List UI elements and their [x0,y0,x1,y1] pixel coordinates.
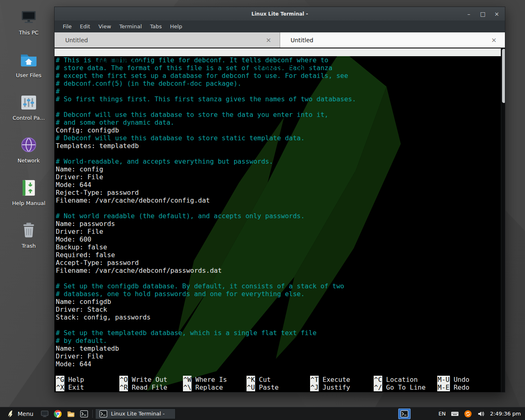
tab-untitled-2[interactable]: Untitled × [280,32,505,48]
terminal-line: Name: passwords [56,220,501,228]
nano-shortcut[interactable]: ^OWrite Out [119,376,183,383]
terminal-line: Backup: false [56,243,501,251]
nano-shortcut[interactable]: M-UUndo [437,376,501,383]
minimize-icon[interactable]: – [466,11,472,17]
terminal-line: Filename: /var/cache/debconf/passwords.d… [56,267,501,274]
tab-bar: Untitled × Untitled × [55,32,505,48]
tab-label: Untitled [291,37,490,43]
terminal-line: # except the first sets up a database fo… [56,72,501,80]
menu-button[interactable]: Menu [2,407,37,420]
file-manager-launcher[interactable] [65,409,77,419]
shortcut-key: ^C [374,376,382,383]
help-manual-desktop-icon[interactable]: Help Manual [7,176,51,208]
terminal-line: Required: false [56,251,501,259]
terminal-line: # Debconf will use this database to stor… [56,134,501,142]
terminal-line: # and some other dynamic data. [56,119,501,126]
terminal-line: # World-readable, and accepts everything… [56,158,501,165]
taskbar: Menu Linux [0,407,525,420]
nano-shortcut[interactable]: ^/Go To Line [374,383,437,391]
terminal-launcher[interactable] [78,409,90,419]
terminal-icon [80,410,88,418]
shortcut-key: M-U [437,376,450,383]
user-files-desktop-icon[interactable]: User Files [7,48,51,80]
terminal-line: Reject-Type: password [56,189,501,196]
clock[interactable]: 2:49:36 pm [490,411,521,417]
terminal-line: # Debconf will use this database to stor… [56,111,501,119]
taskbar-separator [92,410,93,418]
nano-version: GNU nano 7.2 [86,56,143,64]
desktop-icon-label: This PC [19,30,39,36]
terminal-line [56,274,501,282]
menu-view[interactable]: View [94,22,115,31]
network-desktop-icon[interactable]: Network [7,134,51,165]
titlebar[interactable]: Linux Lite Terminal - – □ × [55,7,505,21]
menu-help[interactable]: Help [166,22,187,31]
nano-shortcut[interactable]: ^JJustify [310,383,374,391]
quick-launchers [39,409,90,419]
terminal-line [56,103,501,111]
update-notifier-icon[interactable] [464,410,472,418]
shortcut-key: ^W [183,376,192,383]
nano-shortcut[interactable]: ^UPaste [247,383,310,391]
nano-shortcut[interactable]: ^RRead File [119,383,183,391]
desktop-icon-label: Control Pa... [13,115,45,121]
maximize-icon[interactable]: □ [479,11,486,17]
shortcut-label: Exit [68,383,84,391]
shortcut-label: Replace [195,383,223,391]
close-icon[interactable]: × [493,11,500,17]
shortcut-label: Redo [454,383,470,391]
menu-file[interactable]: File [59,22,76,31]
network-icon [19,135,39,155]
menu-tabs[interactable]: Tabs [146,22,166,31]
nano-shortcut[interactable]: ^CLocation [374,376,437,383]
terminal-pane[interactable]: GNU nano 7.2 /etc/debconf.conf # This is… [55,48,505,392]
nano-shortcut[interactable]: ^XExit [56,383,119,391]
nano-shortcut[interactable]: ^GHelp [56,376,119,383]
keyboard-layout-indicator[interactable]: EN [438,411,446,417]
terminal-line: Mode: 644 [56,360,501,368]
show-desktop-button[interactable] [39,409,50,419]
desktop-icon-label: User Files [16,72,41,78]
terminal-line: # [56,87,501,95]
linux-lite-logo-icon [7,410,15,418]
tab-close-icon[interactable]: × [264,36,273,44]
tray-terminal-indicator[interactable] [398,409,411,419]
shortcut-key: ^J [310,383,319,391]
terminal-line [56,204,501,212]
nano-titlebar: GNU nano 7.2 /etc/debconf.conf [55,48,501,56]
nano-shortcut[interactable]: M-ERedo [437,383,501,391]
volume-icon[interactable] [477,410,485,418]
scrollbar[interactable] [501,48,505,392]
taskbar-window-button[interactable]: Linux Lite Terminal - [95,409,176,419]
tab-close-icon[interactable]: × [490,36,498,44]
menu-terminal[interactable]: Terminal [115,22,146,31]
tab-untitled-1[interactable]: Untitled × [55,32,280,48]
terminal-line: # Set up the templatedb database, which … [56,329,501,337]
control-panel-desktop-icon[interactable]: Control Pa... [7,91,51,123]
terminal-line: Driver: File [56,173,501,181]
terminal-content: GNU nano 7.2 /etc/debconf.conf # This is… [55,48,501,392]
shortcut-label: Write Out [132,376,167,383]
scrollbar-thumb[interactable] [502,49,505,103]
nano-filename: /etc/debconf.conf [244,64,311,72]
nano-shortcut[interactable]: ^KCut [247,376,310,383]
trash-desktop-icon[interactable]: Trash [7,219,51,251]
nano-shortcut[interactable]: ^TExecute [310,376,374,383]
this-pc-desktop-icon[interactable]: This PC [7,6,51,37]
terminal-line: # Not world readable (the default), and … [56,212,501,220]
shortcut-key: ^/ [374,383,382,391]
shortcut-label: Read File [132,383,167,391]
shortcut-key: ^T [310,376,319,383]
terminal-line: # debconf.conf(5) (in the debconf-doc pa… [56,80,501,87]
nano-buffer[interactable]: # This is the main config file for debco… [55,56,501,368]
nano-shortcut[interactable]: ^\Replace [183,383,247,391]
menu-edit[interactable]: Edit [76,22,94,31]
shortcut-key: ^O [119,376,128,383]
terminal-line: Templates: templatedb [56,142,501,150]
nano-shortcut[interactable]: ^WWhere Is [183,376,247,383]
chrome-launcher[interactable] [52,409,64,419]
terminal-icon [99,410,107,418]
shortcut-key: ^X [56,383,64,391]
keyboard-icon[interactable] [451,410,459,418]
desktop-icon-label: Network [18,158,40,164]
